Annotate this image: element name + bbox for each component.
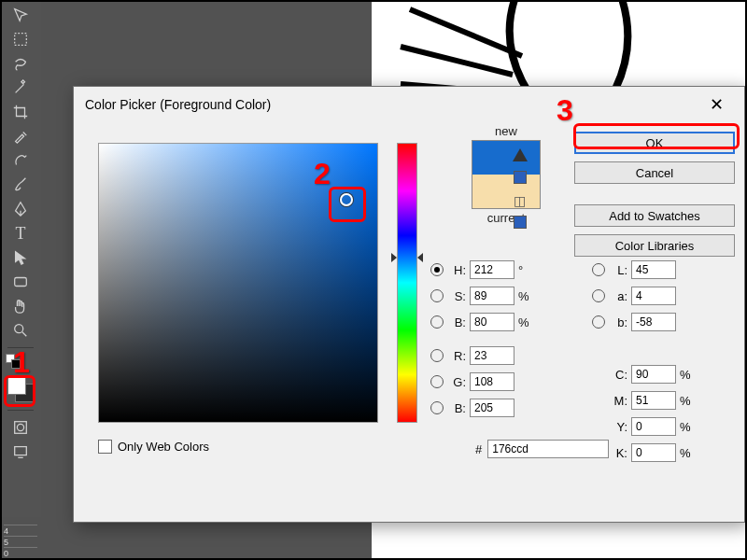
input-h[interactable] <box>470 260 514 279</box>
add-to-swatches-button[interactable]: Add to Swatches <box>574 204 735 227</box>
radio-h[interactable] <box>430 263 444 276</box>
gamut-warnings: ◫ <box>513 148 528 229</box>
annotation-1: 1 <box>13 345 30 380</box>
zoom-tool-icon[interactable] <box>7 319 34 342</box>
websafe-warning-icon[interactable]: ◫ <box>514 193 527 206</box>
path-select-tool-icon[interactable] <box>7 246 34 269</box>
input-r[interactable] <box>470 346 514 365</box>
annotation-3: 3 <box>557 93 573 128</box>
crop-tool-icon[interactable] <box>7 101 34 123</box>
input-m[interactable] <box>631 391 676 410</box>
input-s[interactable] <box>470 287 514 305</box>
shape-tool-icon[interactable] <box>7 271 34 293</box>
input-a[interactable] <box>631 287 676 305</box>
only-web-colors-checkbox[interactable] <box>98 440 112 454</box>
input-l[interactable] <box>631 260 676 279</box>
heal-tool-icon[interactable] <box>7 149 34 172</box>
radio-b[interactable] <box>430 401 444 414</box>
screenmode-icon[interactable] <box>7 441 34 463</box>
input-g[interactable] <box>470 372 514 391</box>
annotation-2: 2 <box>314 157 331 191</box>
type-tool-icon[interactable]: T <box>7 222 34 245</box>
marquee-tool-icon[interactable] <box>7 28 34 50</box>
only-web-colors-label: Only Web Colors <box>118 440 209 454</box>
radio-g[interactable] <box>430 375 444 388</box>
input-bb[interactable] <box>470 313 514 331</box>
svg-rect-1 <box>15 278 27 287</box>
radio-r[interactable] <box>430 349 444 362</box>
new-current-swatch <box>472 140 541 209</box>
radio-a[interactable] <box>592 289 605 302</box>
input-c[interactable] <box>631 365 676 384</box>
move-tool-icon[interactable] <box>7 4 34 26</box>
svg-rect-0 <box>15 34 27 46</box>
current-label: current <box>436 211 576 225</box>
hue-strip[interactable] <box>397 143 417 423</box>
wand-tool-icon[interactable] <box>7 77 34 99</box>
dialog-title: Color Picker (Foreground Color) <box>85 97 271 112</box>
gamut-swatch-2[interactable] <box>514 216 527 229</box>
sb-picker-indicator <box>340 193 353 206</box>
lasso-tool-icon[interactable] <box>7 52 34 75</box>
svg-rect-3 <box>15 422 27 434</box>
radio-l[interactable] <box>592 263 605 276</box>
hex-label: # <box>475 442 482 456</box>
new-color-swatch[interactable] <box>472 141 540 175</box>
saturation-brightness-field[interactable] <box>98 143 378 423</box>
close-icon[interactable]: ✕ <box>700 91 733 119</box>
hue-indicator <box>391 253 423 262</box>
ruler: 4 5 0 <box>0 517 41 560</box>
input-lb[interactable] <box>631 313 676 331</box>
pen-tool-icon[interactable] <box>7 198 34 220</box>
cancel-button[interactable]: Cancel <box>574 161 735 184</box>
input-y[interactable] <box>631 417 676 436</box>
svg-point-2 <box>15 325 23 333</box>
gamut-swatch-1[interactable] <box>514 171 527 184</box>
svg-rect-5 <box>15 447 27 455</box>
new-label: new <box>436 124 576 138</box>
input-b[interactable] <box>470 399 514 417</box>
gamut-warning-icon[interactable] <box>513 148 528 161</box>
color-libraries-button[interactable]: Color Libraries <box>574 234 735 257</box>
hand-tool-icon[interactable] <box>7 295 34 317</box>
hex-input[interactable] <box>487 440 609 458</box>
color-picker-dialog: Color Picker (Foreground Color) ✕ new cu… <box>73 86 745 523</box>
brush-tool-icon[interactable] <box>7 174 34 196</box>
tools-panel: T <box>0 0 41 560</box>
radio-s[interactable] <box>430 289 444 302</box>
eyedropper-tool-icon[interactable] <box>7 125 34 147</box>
current-color-swatch[interactable] <box>472 175 540 208</box>
input-k[interactable] <box>631 443 676 462</box>
radio-bb[interactable] <box>430 315 444 329</box>
radio-lb[interactable] <box>592 315 605 329</box>
dialog-titlebar: Color Picker (Foreground Color) ✕ <box>74 87 744 122</box>
svg-point-4 <box>17 424 23 430</box>
ok-button[interactable]: OK <box>574 132 735 154</box>
quickmask-icon[interactable] <box>7 416 34 439</box>
